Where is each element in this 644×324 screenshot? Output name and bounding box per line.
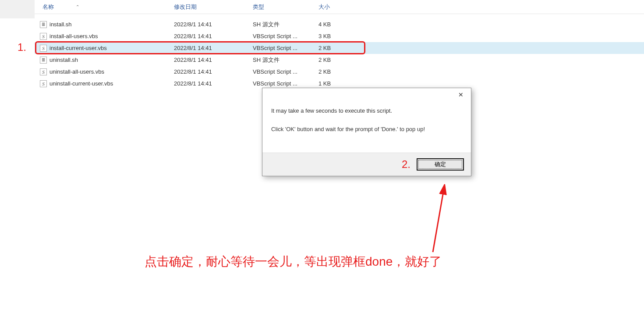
file-date-label: 2022/8/1 14:41 [174,80,253,87]
sort-asc-icon: ⌃ [76,4,79,9]
svg-line-0 [433,187,444,252]
dialog-body: It may take a few seconds to execute thi… [262,104,471,153]
dialog-footer: 2. 确定 [262,153,471,176]
file-type-label: VBScript Script ... [253,45,318,51]
file-row[interactable]: install.sh2022/8/1 14:41SH 源文件4 KB [35,18,644,30]
dialog-text-line2: Click 'OK' button and wait for the promp… [271,125,462,134]
sh-file-icon [40,21,47,28]
annotation-caption: 点击确定，耐心等待一会儿，等出现弹框done，就好了 [145,253,442,270]
column-header-type[interactable]: 类型 [253,3,318,11]
column-header-name-label: 名称 [42,3,54,11]
file-size-label: 2 KB [318,45,358,51]
file-size-label: 2 KB [318,68,358,75]
file-list: install.sh2022/8/1 14:41SH 源文件4 KBinstal… [35,18,644,89]
file-size-label: 1 KB [318,80,358,87]
sidebar-stub [0,0,35,18]
file-name-label: uninstall-all-users.vbs [50,68,104,75]
file-row[interactable]: install-all-users.vbs2022/8/1 14:41VBScr… [35,30,644,42]
file-size-label: 2 KB [318,57,358,63]
close-icon: ✕ [458,91,464,98]
file-size-label: 3 KB [318,33,358,39]
vbs-file-icon [40,45,47,52]
file-type-label: SH 源文件 [253,21,318,28]
file-name-label: install-current-user.vbs [50,45,107,51]
column-header-row: 名称 ⌃ 修改日期 类型 大小 [35,0,644,14]
file-date-label: 2022/8/1 14:41 [174,33,253,39]
vbs-file-icon [40,80,47,87]
annotation-arrow-icon [428,184,455,254]
file-date-label: 2022/8/1 14:41 [174,68,253,75]
dialog-titlebar: ✕ [262,88,471,104]
ok-button[interactable]: 确定 [417,158,464,171]
file-type-label: VBScript Script ... [253,33,318,39]
vbs-file-icon [40,33,47,40]
file-type-label: SH 源文件 [253,56,318,64]
close-button[interactable]: ✕ [451,88,471,101]
file-type-label: VBScript Script ... [253,68,318,75]
file-name-label: uninstall.sh [50,57,78,63]
file-date-label: 2022/8/1 14:41 [174,21,253,28]
file-name-label: uninstall-current-user.vbs [50,80,113,87]
file-size-label: 4 KB [318,21,358,28]
sh-file-icon [40,57,47,64]
file-type-label: VBScript Script ... [253,80,318,87]
annotation-number-2: 2. [402,158,410,171]
column-header-name[interactable]: 名称 ⌃ [35,3,174,11]
file-name-label: install-all-users.vbs [50,33,98,39]
annotation-number-1: 1. [18,41,26,53]
file-row[interactable]: uninstall.sh2022/8/1 14:41SH 源文件2 KB [35,54,644,66]
column-header-size[interactable]: 大小 [318,3,358,11]
file-date-label: 2022/8/1 14:41 [174,45,253,51]
file-row[interactable]: install-current-user.vbs2022/8/1 14:41VB… [35,42,644,54]
file-date-label: 2022/8/1 14:41 [174,57,253,63]
file-name-label: install.sh [50,21,72,28]
dialog-text-line1: It may take a few seconds to execute thi… [271,107,462,115]
script-dialog: ✕ It may take a few seconds to execute t… [262,88,471,176]
column-header-date[interactable]: 修改日期 [174,3,253,11]
file-row[interactable]: uninstall-all-users.vbs2022/8/1 14:41VBS… [35,66,644,78]
vbs-file-icon [40,68,47,75]
